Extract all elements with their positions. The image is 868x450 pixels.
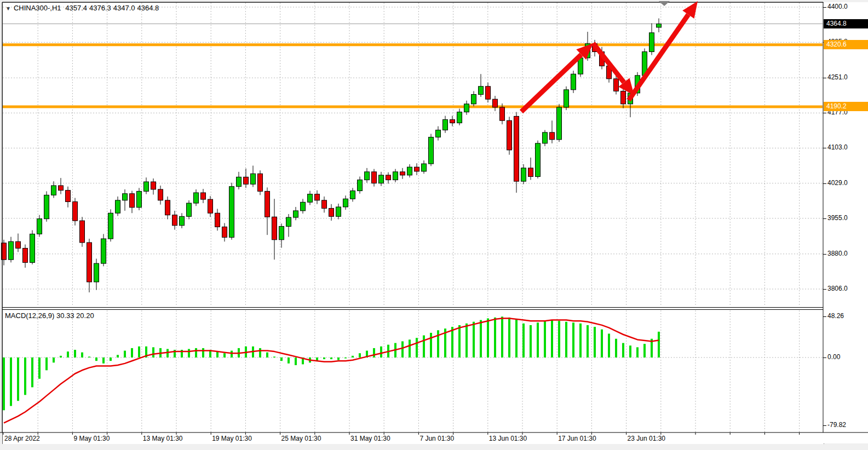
macd-signal-line (4, 319, 659, 423)
time-axis-label: 28 Apr 2022 (4, 435, 40, 442)
price-tick-mark (823, 78, 826, 78)
time-axis-label: 31 May 01:30 (350, 435, 390, 442)
symbol-dropdown-icon[interactable]: ▼ (5, 5, 11, 11)
price-tick-mark (823, 289, 826, 290)
ohlc-low: 4347.0 (113, 4, 135, 12)
time-axis-label: 23 Jun 01:30 (628, 435, 665, 442)
price-tick-label: 4400.0 (827, 3, 848, 10)
time-axis-label: 19 May 01:30 (212, 435, 252, 442)
horizontal-level-lines (3, 45, 823, 107)
macd-values: 30.33 20.20 (56, 311, 94, 320)
price-tick-label: 4103.0 (827, 143, 848, 151)
time-axis-label: 13 May 01:30 (143, 435, 183, 442)
chart-title: ▼CHINA300-,H1 4357.44376.34347.04364.8 (5, 4, 161, 12)
time-axis-label: 17 Jun 01:30 (558, 435, 596, 442)
price-tick-mark (823, 254, 826, 255)
symbol-period-label: CHINA300-,H1 (14, 4, 61, 12)
price-tick-label: 3806.0 (827, 285, 848, 292)
macd-tick-mark (823, 425, 826, 426)
price-chart-canvas[interactable] (0, 0, 868, 450)
macd-name: MACD(12,26,9) (5, 311, 54, 320)
chart-shift-marker-icon[interactable] (659, 1, 670, 6)
time-axis-label: 25 May 01:30 (281, 435, 321, 442)
macd-tick-label: -79.82 (827, 421, 846, 429)
window-bottom-edge (0, 444, 868, 450)
price-tick-label: 3880.0 (827, 250, 848, 257)
trend-arrows (521, 1, 698, 112)
chart-window: ▼CHINA300-,H1 4357.44376.34347.04364.8 M… (0, 0, 868, 450)
time-axis-label: 13 Jun 01:30 (489, 435, 527, 442)
macd-tick-label: 48.26 (827, 312, 844, 320)
macd-histogram (3, 316, 660, 410)
macd-tick-label: 0.00 (827, 353, 840, 361)
ohlc-close: 4364.8 (137, 4, 159, 12)
time-axis-label: 7 Jun 01:30 (419, 435, 454, 442)
resistance-level-badge: 4320.6 (824, 40, 868, 49)
price-tick-mark (823, 183, 826, 184)
price-tick-label: 4029.0 (827, 179, 848, 187)
price-tick-label: 4251.0 (827, 73, 848, 81)
price-tick-label: 3955.0 (827, 214, 848, 222)
price-tick-mark (823, 148, 826, 148)
bid-price-badge: 4364.8 (824, 19, 868, 28)
macd-tick-mark (823, 357, 826, 358)
support-level-badge: 4190.2 (824, 102, 868, 111)
grid-layer (3, 3, 823, 432)
time-axis-label: 9 May 01:30 (73, 435, 110, 442)
price-tick-mark (823, 7, 826, 8)
ohlc-high: 4376.3 (89, 4, 111, 12)
macd-tick-mark (823, 316, 826, 317)
macd-indicator-label: MACD(12,26,9) 30.33 20.20 (5, 311, 94, 320)
price-tick-mark (823, 113, 826, 113)
ohlc-open: 4357.4 (65, 4, 87, 12)
candles-layer (2, 19, 662, 293)
price-tick-mark (823, 218, 826, 219)
